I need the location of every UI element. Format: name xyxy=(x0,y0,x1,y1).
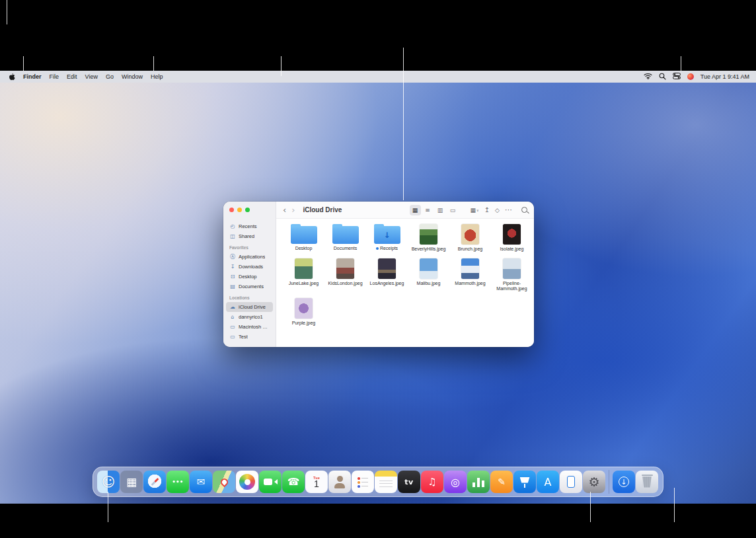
dock-icon-trash[interactable] xyxy=(636,471,658,493)
sidebar-item-test[interactable]: Test xyxy=(226,332,273,342)
dock-icon-maps[interactable] xyxy=(213,471,235,493)
sidebar-item-label: Downloads xyxy=(239,264,263,270)
dock-icon-downloads[interactable] xyxy=(613,471,635,493)
file-name-text: Receipts xyxy=(380,246,398,251)
sidebar-item-macintosh-hd[interactable]: Macintosh HD xyxy=(226,322,273,332)
callout-line xyxy=(7,0,7,24)
file-item-brunch[interactable]: Brunch.jpeg xyxy=(451,223,490,252)
file-item-losangeles[interactable]: LosAngeles.jpeg xyxy=(367,257,407,291)
file-item-mammoth[interactable]: Mammoth.jpeg xyxy=(451,257,490,291)
menu-help[interactable]: Help xyxy=(151,73,163,80)
dock-icon-reminders[interactable] xyxy=(352,471,374,493)
file-item-malibu[interactable]: Malibu.jpeg xyxy=(409,257,449,291)
dock-icon-phone[interactable] xyxy=(282,471,305,493)
share-button[interactable] xyxy=(484,206,490,213)
dock-icon-numbers[interactable] xyxy=(467,471,490,493)
menu-finder[interactable]: Finder xyxy=(23,73,42,80)
apple-menu-icon[interactable] xyxy=(8,73,15,81)
image-thumbnail xyxy=(295,298,313,319)
file-name: BeverlyHills.jpeg xyxy=(412,247,446,252)
sidebar-item-dannyrico1[interactable]: dannyrico1 xyxy=(226,312,273,322)
file-item-beverlyhills[interactable]: BeverlyHills.jpeg xyxy=(409,223,449,252)
file-item-receipts[interactable]: Receipts xyxy=(367,223,407,252)
view-mode-segment xyxy=(410,205,459,215)
callout-line xyxy=(681,56,681,71)
sidebar-item-label: Shared xyxy=(239,233,254,239)
group-button[interactable]: ∨ xyxy=(471,207,479,213)
file-name: LosAngeles.jpeg xyxy=(370,281,404,286)
file-item-pipeline-mammoth[interactable]: Pipeline-Mammoth.jpeg xyxy=(492,257,532,291)
dock-icon-music[interactable] xyxy=(421,471,443,493)
minimize-button[interactable] xyxy=(237,208,242,212)
menu-file[interactable]: File xyxy=(50,73,59,80)
file-item-documents[interactable]: Documents xyxy=(326,223,365,252)
control-center-icon[interactable] xyxy=(673,73,681,81)
sidebar-item-shared[interactable]: Shared xyxy=(226,231,273,241)
dock-icon-calendar[interactable]: Tue 1 xyxy=(305,471,328,493)
calendar-day: 1 xyxy=(314,480,319,488)
dock-icon-contacts[interactable] xyxy=(328,471,351,493)
dock-icon-keynote[interactable] xyxy=(513,471,536,493)
sidebar-item-documents[interactable]: Documents xyxy=(226,282,273,291)
dock-divider xyxy=(609,470,609,494)
siri-icon[interactable] xyxy=(687,73,694,80)
menu-bar-clock[interactable]: Tue Apr 1 9:41 AM xyxy=(700,73,749,80)
image-thumbnail xyxy=(503,258,521,279)
finder-window: Recents Shared Favorites Applications Do… xyxy=(223,202,534,347)
sidebar-item-desktop[interactable]: Desktop xyxy=(226,272,273,282)
file-name: Purple.jpeg xyxy=(292,321,315,326)
dock-icon-messages[interactable] xyxy=(167,471,189,493)
file-item-junelake[interactable]: JuneLake.jpeg xyxy=(284,257,324,291)
sync-status-dot xyxy=(376,247,379,250)
dock-icon-safari[interactable] xyxy=(143,471,166,493)
search-icon[interactable] xyxy=(659,73,666,81)
search-icon[interactable] xyxy=(521,207,527,213)
file-grid: Desktop Documents Receipts BeverlyHills.… xyxy=(276,219,534,347)
menu-view[interactable]: View xyxy=(85,73,98,80)
sidebar-section-favorites: Favorites xyxy=(229,245,270,250)
dock-icon-mail[interactable] xyxy=(190,471,212,493)
menu-window[interactable]: Window xyxy=(122,73,143,80)
sidebar-item-recents[interactable]: Recents xyxy=(226,221,273,231)
image-thumbnail xyxy=(420,224,437,245)
list-view-button[interactable] xyxy=(422,205,434,215)
file-item-desktop[interactable]: Desktop xyxy=(284,223,324,252)
sidebar-item-applications[interactable]: Applications xyxy=(226,252,273,262)
sidebar-section-locations: Locations xyxy=(229,295,270,301)
annotation-band-bottom xyxy=(0,504,756,538)
sidebar-item-downloads[interactable]: Downloads xyxy=(226,262,273,272)
dock-icon-launchpad[interactable] xyxy=(120,471,143,493)
dock-icon-podcasts[interactable] xyxy=(444,471,467,493)
column-view-button[interactable] xyxy=(435,205,446,215)
hard-drive-icon xyxy=(229,334,236,340)
menu-go[interactable]: Go xyxy=(106,73,114,80)
back-button[interactable] xyxy=(283,205,286,215)
sidebar-item-icloud-drive[interactable]: iCloud Drive xyxy=(226,302,273,312)
folder-icon xyxy=(332,226,359,244)
close-button[interactable] xyxy=(229,208,234,212)
dock-icon-finder[interactable] xyxy=(97,471,120,493)
forward-button[interactable] xyxy=(291,205,295,215)
more-options-button[interactable] xyxy=(505,206,512,214)
dock-icon-facetime[interactable] xyxy=(259,471,282,493)
gallery-view-button[interactable] xyxy=(447,205,459,215)
file-item-isolate[interactable]: Isolate.jpeg xyxy=(492,223,532,252)
downloads-icon xyxy=(229,264,236,270)
tags-button[interactable] xyxy=(495,207,500,213)
dock-icon-app-store[interactable] xyxy=(537,471,559,493)
icon-view-button[interactable] xyxy=(410,205,421,215)
image-thumbnail xyxy=(295,258,313,279)
dock-icon-photos[interactable] xyxy=(236,471,258,493)
menu-edit[interactable]: Edit xyxy=(67,73,77,80)
dock-icon-notes[interactable] xyxy=(375,471,397,493)
dock-icon-pages[interactable] xyxy=(490,471,513,493)
file-item-kidslondon[interactable]: KidsLondon.jpeg xyxy=(326,257,365,291)
sidebar-item-label: Documents xyxy=(239,284,264,289)
dock-icon-tv[interactable] xyxy=(398,471,420,493)
zoom-button[interactable] xyxy=(245,208,250,212)
dock-icon-iphone-mirroring[interactable] xyxy=(560,471,582,493)
image-thumbnail xyxy=(503,224,521,245)
file-item-purple[interactable]: Purple.jpeg xyxy=(284,297,324,326)
wifi-icon[interactable] xyxy=(644,73,652,81)
dock-icon-system-settings[interactable] xyxy=(583,471,605,493)
